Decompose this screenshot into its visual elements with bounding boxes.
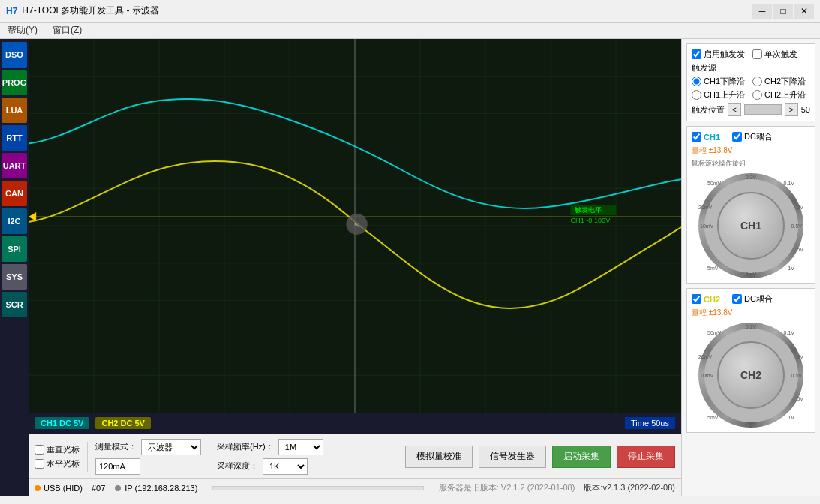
vertical-marker-check[interactable]: 垂直光标 xyxy=(35,444,80,455)
ch2-knob-tl: 50mV xyxy=(707,330,721,335)
enable-trigger-check[interactable]: 启用触发发 xyxy=(692,49,745,60)
trigger-source-label: 触发源 xyxy=(692,62,810,74)
ch1-section: CH1 DC耦合 量程 ±13.8V 鼠标滚轮操作旋钮 CH1 xyxy=(686,126,815,284)
window-title: H7-TOOL多功能开发工具 - 示波器 xyxy=(22,4,158,17)
calibrate-button[interactable]: 模拟量校准 xyxy=(405,446,473,468)
trigger-pos-row: 触发位置 < > 50 xyxy=(692,103,810,116)
current-input[interactable] xyxy=(95,458,140,475)
ch1-knob-outer[interactable]: CH1 xyxy=(698,173,803,278)
measure-mode-select[interactable]: 示波器 xyxy=(141,439,201,455)
ch1-knob-container: CH1 0.2V 2mV 10mV 0.5V 0.1V 50mV 5mV 1V … xyxy=(698,173,803,278)
trigger-pos-left-btn[interactable]: < xyxy=(728,103,741,116)
vertical-marker-checkbox[interactable] xyxy=(35,445,44,454)
trigger-pos-right-btn[interactable]: > xyxy=(785,103,798,116)
start-button[interactable]: 启动采集 xyxy=(552,446,611,468)
horizontal-marker-check[interactable]: 水平光标 xyxy=(35,458,80,470)
ch2-enable-checkbox[interactable] xyxy=(692,294,701,304)
app-icon: H7 xyxy=(6,6,17,16)
knob-label-left: 10mV xyxy=(700,224,713,229)
status-dot xyxy=(35,485,41,491)
ch1-range: 量程 ±13.8V xyxy=(692,146,810,156)
ch2-knob-tr: 0.1V xyxy=(784,330,794,335)
ch2-knob-bottom: 2mV xyxy=(746,421,756,426)
ch2-dc-check[interactable]: DC耦合 xyxy=(732,293,773,304)
title-bar: H7 H7-TOOL多功能开发工具 - 示波器 ─ □ ✕ xyxy=(0,0,820,22)
sidebar: DSO PROG LUA RTT UART CAN I2C SPI SYS SC… xyxy=(0,39,29,496)
ch1-rise-radio[interactable]: CH1上升沿 xyxy=(692,89,745,100)
ch1-hint: 鼠标滚轮操作旋钮 xyxy=(692,159,810,169)
sidebar-btn-lua[interactable]: LUA xyxy=(2,98,27,123)
ch2-dc-checkbox[interactable] xyxy=(732,294,742,304)
right-panel: 启用触发发 单次触发 触发源 CH1下降沿 CH2下降沿 xyxy=(681,39,820,496)
menu-help[interactable]: 帮助(Y) xyxy=(3,22,42,38)
knob-label-tl: 50mV xyxy=(707,181,721,186)
ch1-knob-ring: CH1 xyxy=(704,179,798,273)
sample-depth-select[interactable]: 1K xyxy=(263,458,308,475)
ch1-label: CH1 DC 5V xyxy=(35,417,89,429)
scope-grid: 触发电平 CH1 -0.100V ↖ xyxy=(29,39,681,412)
status-bar: USB (HID) #07 IP (192.168.28.213) 服务器是旧版… xyxy=(29,478,681,496)
svg-text:CH1 -0.100V: CH1 -0.100V xyxy=(570,217,610,224)
maximize-button[interactable]: □ xyxy=(773,4,793,19)
ch2-range: 量程 ±13.8V xyxy=(692,308,810,318)
knob-label-top: 0.2V xyxy=(746,175,756,180)
ch1-fall-radio[interactable]: CH1下降沿 xyxy=(692,76,745,87)
minimize-button[interactable]: ─ xyxy=(752,4,772,19)
ch2-knob-top: 0.2V xyxy=(746,324,756,329)
dot-icon xyxy=(114,484,122,492)
ch2-knob-container: CH2 0.2V 2mV 10mV 0.5V 0.1V 50mV 5mV 1V … xyxy=(698,322,803,428)
ch2-knob-right: 0.5V xyxy=(791,373,802,378)
trigger-pos-slider[interactable] xyxy=(744,104,782,115)
ch2-knob-br2: 5V xyxy=(797,396,803,401)
menu-window[interactable]: 窗口(Z) xyxy=(48,22,86,38)
ch1-enable-checkbox[interactable] xyxy=(692,132,701,142)
single-trigger-checkbox[interactable] xyxy=(752,50,762,59)
knob-label-br: 1V xyxy=(788,266,794,271)
scope-display[interactable]: 触发电平 CH1 -0.100V ↖ xyxy=(29,39,681,412)
ch2-knob-br: 1V xyxy=(788,415,794,420)
oscilloscope-area: 触发电平 CH1 -0.100V ↖ CH1 DC 5V CH2 DC 5V T… xyxy=(29,39,681,496)
ip-label: IP (192.168.28.213) xyxy=(125,484,197,493)
sidebar-btn-can[interactable]: CAN xyxy=(2,181,27,206)
ch2-knob-left: 10mV xyxy=(700,373,713,378)
horizontal-marker-checkbox[interactable] xyxy=(35,459,44,469)
ch2-knob-ml: 20mV xyxy=(698,354,712,359)
trigger-section: 启用触发发 单次触发 触发源 CH1下降沿 CH2下降沿 xyxy=(686,44,815,122)
enable-trigger-checkbox[interactable] xyxy=(692,50,701,59)
ch1-enable-check[interactable]: CH1 xyxy=(692,132,720,142)
time-label: Time 50us xyxy=(625,417,675,429)
ch2-fall-radio[interactable]: CH2下降沿 xyxy=(752,76,806,87)
signal-gen-button[interactable]: 信号发生器 xyxy=(479,446,546,468)
sample-rate-select[interactable]: 1M xyxy=(278,439,323,455)
ch2-enable-check[interactable]: CH2 xyxy=(692,294,720,304)
svg-point-27 xyxy=(115,485,121,491)
ch1-dc-check[interactable]: DC耦合 xyxy=(732,131,773,142)
close-button[interactable]: ✕ xyxy=(794,4,814,19)
ch2-knob-inner[interactable]: CH2 xyxy=(717,341,785,409)
main-area: DSO PROG LUA RTT UART CAN I2C SPI SYS SC… xyxy=(0,39,820,496)
ch2-knob-outer[interactable]: CH2 xyxy=(698,322,803,428)
ch2-rise-radio[interactable]: CH2上升沿 xyxy=(752,89,806,100)
ch1-knob-inner[interactable]: CH1 xyxy=(717,192,785,260)
single-trigger-check[interactable]: 单次触发 xyxy=(752,49,797,60)
sidebar-btn-uart[interactable]: UART xyxy=(2,153,27,178)
sidebar-btn-prog[interactable]: PROG xyxy=(2,70,27,95)
ch2-knob-bl: 5mV xyxy=(707,415,718,420)
menu-bar: 帮助(Y) 窗口(Z) xyxy=(0,22,820,39)
device-id: #07 xyxy=(92,484,105,493)
svg-text:触发电平: 触发电平 xyxy=(575,206,602,214)
ch2-section: CH2 DC耦合 量程 ±13.8V CH2 0.2V xyxy=(686,288,815,433)
ch2-label: CH2 DC 5V xyxy=(95,417,150,429)
sidebar-btn-i2c[interactable]: I2C xyxy=(2,208,27,234)
sidebar-btn-dso[interactable]: DSO xyxy=(2,42,27,68)
knob-label-br2: 5V xyxy=(797,247,803,252)
knob-label-right: 0.5V xyxy=(791,224,802,229)
controls-bar: 垂直光标 水平光标 测量模式： 示波器 xyxy=(29,434,681,478)
sidebar-btn-sys[interactable]: SYS xyxy=(2,264,27,290)
scope-bottom-bar: CH1 DC 5V CH2 DC 5V Time 50us xyxy=(29,412,681,434)
ch1-dc-checkbox[interactable] xyxy=(732,132,742,142)
sidebar-btn-scr[interactable]: SCR xyxy=(2,292,27,317)
sidebar-btn-rtt[interactable]: RTT xyxy=(2,125,27,151)
stop-button[interactable]: 停止采集 xyxy=(617,446,675,468)
sidebar-btn-spi[interactable]: SPI xyxy=(2,236,27,262)
